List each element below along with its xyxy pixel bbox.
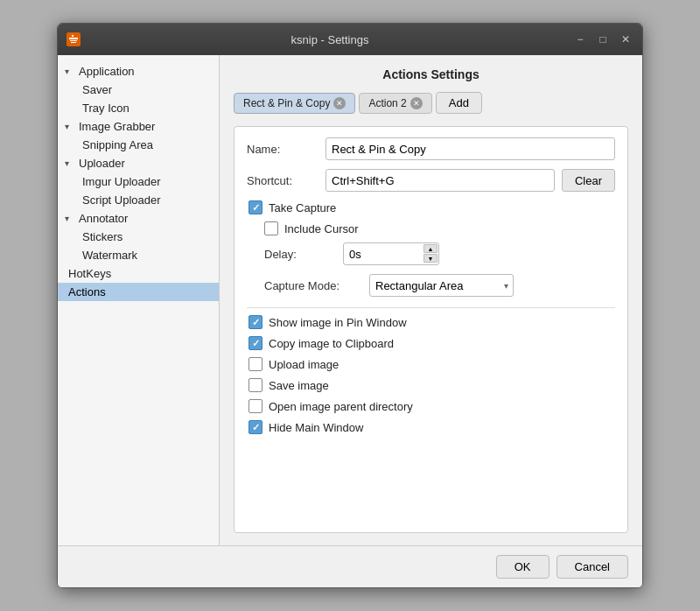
- tabs-row: Rect & Pin & Copy ✕ Action 2 ✕ Add: [234, 92, 628, 114]
- window-title: ksnip - Settings: [89, 33, 570, 46]
- sidebar-item-hotkeys[interactable]: HotKeys: [58, 264, 219, 283]
- delay-row: Delay: ▲ ▼: [247, 242, 615, 265]
- capture-mode-row: Capture Mode: Rectangular Area Full Scre…: [247, 274, 615, 297]
- save-image-label: Save image: [269, 379, 329, 392]
- ok-button[interactable]: OK: [496, 555, 550, 579]
- tab-action-2-label: Action 2: [368, 97, 406, 109]
- sidebar-item-label-application: Application: [79, 65, 135, 78]
- name-label: Name:: [247, 143, 326, 156]
- expand-arrow-annotator: ▾: [65, 214, 75, 223]
- spinner-up-button[interactable]: ▲: [424, 244, 438, 253]
- hide-main-window-row: Hide Main Window: [247, 420, 615, 434]
- cancel-button[interactable]: Cancel: [556, 555, 628, 579]
- capture-mode-select-wrap: Rectangular Area Full Screen Active Wind…: [369, 274, 514, 297]
- spinner-down-button[interactable]: ▼: [424, 254, 438, 263]
- take-capture-label: Take Capture: [269, 201, 336, 214]
- open-parent-dir-row: Open image parent directory: [247, 399, 615, 413]
- show-pin-window-row: Show image in Pin Window: [247, 315, 615, 329]
- copy-clipboard-row: Copy image to Clipboard: [247, 336, 615, 350]
- bottom-bar: OK Cancel: [58, 545, 642, 587]
- titlebar: ksnip - Settings − □ ✕: [58, 24, 642, 55]
- sidebar-item-uploader[interactable]: ▾ Uploader: [58, 154, 219, 172]
- delay-input-wrap: ▲ ▼: [343, 242, 439, 265]
- sidebar-item-snipping-area[interactable]: Snipping Area: [58, 136, 219, 154]
- tab-rect-pin-copy-close[interactable]: ✕: [333, 97, 346, 109]
- main-content: ▾ Application Saver Tray Icon ▾ Image Gr…: [58, 55, 642, 545]
- open-parent-dir-checkbox[interactable]: [248, 399, 262, 413]
- expand-arrow-uploader: ▾: [65, 158, 75, 168]
- expand-arrow-image-grabber: ▾: [65, 122, 75, 131]
- svg-rect-2: [72, 35, 74, 37]
- window-controls: − □ ✕: [570, 30, 635, 49]
- tab-rect-pin-copy[interactable]: Rect & Pin & Copy ✕: [234, 93, 355, 114]
- sidebar-item-label-image-grabber: Image Grabber: [79, 120, 155, 133]
- include-cursor-label: Include Cursor: [284, 222, 359, 235]
- minimize-button[interactable]: −: [570, 30, 590, 49]
- sidebar-item-image-grabber[interactable]: ▾ Image Grabber: [58, 117, 219, 136]
- expand-arrow-application: ▾: [65, 67, 75, 76]
- sidebar-item-label-snipping-area: Snipping Area: [82, 138, 153, 151]
- sidebar-item-tray-icon[interactable]: Tray Icon: [58, 99, 219, 117]
- take-capture-checkbox[interactable]: [248, 200, 262, 214]
- take-capture-row: Take Capture: [247, 200, 615, 214]
- sidebar-item-application[interactable]: ▾ Application: [58, 62, 219, 81]
- form-section: Name: Shortcut: Clear Take Capture: [234, 126, 628, 533]
- sidebar-item-annotator[interactable]: ▾ Annotator: [58, 209, 219, 228]
- maximize-button[interactable]: □: [593, 30, 612, 49]
- upload-image-label: Upload image: [269, 358, 339, 371]
- sidebar: ▾ Application Saver Tray Icon ▾ Image Gr…: [58, 55, 220, 545]
- delay-label: Delay:: [264, 248, 343, 261]
- panel-title: Actions Settings: [234, 67, 628, 81]
- sidebar-item-label-tray-icon: Tray Icon: [82, 102, 130, 115]
- sidebar-item-stickers[interactable]: Stickers: [58, 228, 219, 246]
- show-pin-window-checkbox[interactable]: [248, 315, 262, 329]
- save-image-checkbox[interactable]: [248, 378, 262, 392]
- sidebar-item-script-uploader[interactable]: Script Uploader: [58, 191, 219, 209]
- spinner-buttons: ▲ ▼: [424, 244, 438, 263]
- shortcut-label: Shortcut:: [247, 174, 326, 187]
- svg-rect-1: [69, 38, 78, 39]
- settings-window: ksnip - Settings − □ ✕ ▾ Application Sav…: [57, 23, 643, 588]
- main-panel: Actions Settings Rect & Pin & Copy ✕ Act…: [220, 55, 642, 545]
- hide-main-window-checkbox[interactable]: [248, 420, 262, 434]
- show-pin-window-label: Show image in Pin Window: [269, 316, 407, 329]
- close-button[interactable]: ✕: [616, 30, 635, 49]
- copy-clipboard-checkbox[interactable]: [248, 336, 262, 350]
- sidebar-item-label-stickers: Stickers: [82, 230, 122, 243]
- shortcut-input[interactable]: [326, 169, 555, 192]
- capture-mode-label: Capture Mode:: [264, 279, 369, 292]
- add-action-button[interactable]: Add: [436, 92, 482, 114]
- sidebar-item-watermark[interactable]: Watermark: [58, 246, 219, 264]
- include-cursor-checkbox[interactable]: [264, 221, 278, 235]
- tab-action-2[interactable]: Action 2 ✕: [359, 93, 431, 114]
- sidebar-item-label-actions: Actions: [68, 285, 106, 298]
- copy-clipboard-label: Copy image to Clipboard: [269, 337, 394, 350]
- sidebar-item-label-script: Script Uploader: [82, 193, 161, 207]
- app-icon: [65, 31, 82, 48]
- upload-image-row: Upload image: [247, 357, 615, 371]
- sidebar-item-label-hotkeys: HotKeys: [68, 267, 111, 280]
- sidebar-item-imgur-uploader[interactable]: Imgur Uploader: [58, 172, 219, 191]
- tab-rect-pin-copy-label: Rect & Pin & Copy: [243, 97, 330, 109]
- open-parent-dir-label: Open image parent directory: [269, 400, 413, 413]
- shortcut-row: Shortcut: Clear: [247, 169, 615, 192]
- save-image-row: Save image: [247, 378, 615, 392]
- tab-action-2-close[interactable]: ✕: [410, 97, 423, 109]
- divider: [247, 307, 615, 308]
- sidebar-item-actions[interactable]: Actions: [58, 283, 219, 301]
- hide-main-window-label: Hide Main Window: [269, 421, 363, 434]
- svg-rect-3: [70, 40, 77, 41]
- capture-mode-select[interactable]: Rectangular Area Full Screen Active Wind…: [369, 274, 514, 297]
- name-input[interactable]: [326, 137, 615, 160]
- sidebar-item-label-watermark: Watermark: [82, 249, 137, 262]
- sidebar-item-label-saver: Saver: [82, 83, 112, 96]
- sidebar-item-saver[interactable]: Saver: [58, 81, 219, 99]
- name-row: Name:: [247, 137, 615, 160]
- sidebar-item-label-imgur: Imgur Uploader: [82, 175, 161, 188]
- sidebar-item-label-annotator: Annotator: [79, 212, 128, 225]
- include-cursor-row: Include Cursor: [247, 221, 615, 235]
- sidebar-item-label-uploader: Uploader: [79, 157, 125, 170]
- svg-rect-4: [71, 42, 76, 43]
- clear-button[interactable]: Clear: [562, 169, 615, 192]
- upload-image-checkbox[interactable]: [248, 357, 262, 371]
